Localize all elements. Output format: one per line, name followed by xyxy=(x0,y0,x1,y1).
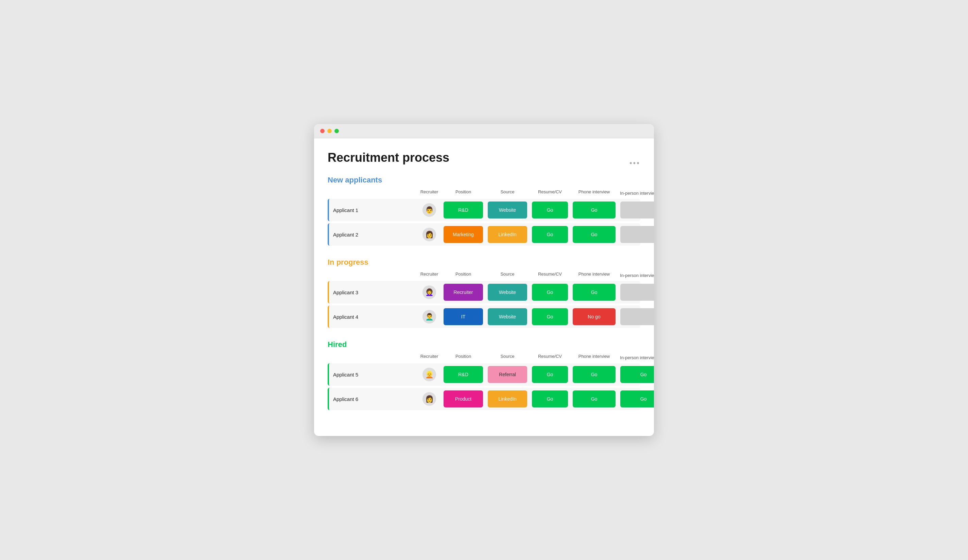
source-cell: LinkedIn xyxy=(486,223,530,246)
section-new: New applicantsRecruiterPositionSourceRes… xyxy=(328,176,640,246)
resume-cell: Go xyxy=(530,305,570,328)
position-cell: R&D xyxy=(441,363,486,386)
col-header-4: Resume/CV xyxy=(530,272,570,279)
resume-tag[interactable]: Go xyxy=(532,226,568,243)
col-header-3: Source xyxy=(486,354,530,361)
position-tag[interactable]: Recruiter xyxy=(444,284,483,301)
app-window: Recruitment process ••• New applicantsRe… xyxy=(314,124,654,436)
table-row[interactable]: Applicant 2👩MarketingLinkedInGoGo xyxy=(328,223,640,246)
page-title: Recruitment process xyxy=(328,151,449,165)
recruiter-cell: 👩 xyxy=(418,228,441,241)
inperson-interview-tag[interactable]: Go xyxy=(620,366,654,383)
source-tag[interactable]: Website xyxy=(488,202,527,219)
position-cell: Marketing xyxy=(441,223,486,246)
source-tag[interactable]: LinkedIn xyxy=(488,226,527,243)
avatar: 👨 xyxy=(423,203,436,217)
resume-tag[interactable]: Go xyxy=(532,308,568,325)
col-header-1: Recruiter xyxy=(418,354,441,361)
avatar: 👩‍🦱 xyxy=(423,285,436,299)
col-header-0 xyxy=(329,189,418,197)
inperson-interview-cell: Go xyxy=(618,388,654,410)
source-tag[interactable]: Referral xyxy=(488,366,527,383)
title-bar xyxy=(314,124,654,138)
avatar: 👱 xyxy=(423,368,436,381)
resume-cell: Go xyxy=(530,388,570,410)
phone-interview-cell: Go xyxy=(570,363,618,386)
column-headers: RecruiterPositionSourceResume/CVPhone in… xyxy=(328,272,640,279)
sections-container: New applicantsRecruiterPositionSourceRes… xyxy=(328,176,640,410)
position-tag[interactable]: Product xyxy=(444,391,483,408)
position-cell: Recruiter xyxy=(441,281,486,303)
inperson-interview-tag[interactable]: Go xyxy=(620,391,654,408)
table-row[interactable]: Applicant 1👨R&DWebsiteGoGo xyxy=(328,199,640,221)
col-header-2: Position xyxy=(441,272,486,279)
section-title-hired: Hired xyxy=(328,340,640,349)
maximize-button[interactable] xyxy=(335,129,339,133)
resume-cell: Go xyxy=(530,363,570,386)
close-button[interactable] xyxy=(320,129,325,133)
section-hired: HiredRecruiterPositionSourceResume/CVPho… xyxy=(328,340,640,410)
phone-interview-cell: Go xyxy=(570,388,618,410)
avatar: 👩 xyxy=(423,228,436,241)
position-cell: Product xyxy=(441,388,486,410)
col-header-1: Recruiter xyxy=(418,189,441,197)
phone-interview-tag[interactable]: Go xyxy=(573,226,615,243)
position-cell: R&D xyxy=(441,199,486,221)
applicant-name: Applicant 1 xyxy=(329,207,418,213)
recruiter-cell: 👨 xyxy=(418,203,441,217)
table-row[interactable]: Applicant 3👩‍🦱RecruiterWebsiteGoGo xyxy=(328,281,640,303)
position-tag[interactable]: IT xyxy=(444,308,483,325)
section-in-progress: In progressRecruiterPositionSourceResume… xyxy=(328,258,640,328)
col-header-3: Source xyxy=(486,189,530,197)
inperson-interview-cell xyxy=(618,223,654,246)
resume-tag[interactable]: Go xyxy=(532,284,568,301)
source-cell: Website xyxy=(486,199,530,221)
content-area: Recruitment process ••• New applicantsRe… xyxy=(314,138,654,436)
phone-interview-tag[interactable]: Go xyxy=(573,284,615,301)
phone-interview-tag[interactable]: Go xyxy=(573,391,615,408)
applicant-name: Applicant 2 xyxy=(329,232,418,237)
resume-tag[interactable]: Go xyxy=(532,202,568,219)
position-tag[interactable]: R&D xyxy=(444,366,483,383)
phone-interview-tag[interactable]: Go xyxy=(573,366,615,383)
table-row[interactable]: Applicant 4👨‍🦱ITWebsiteGoNo go xyxy=(328,305,640,328)
phone-interview-cell: Go xyxy=(570,199,618,221)
section-title-in-progress: In progress xyxy=(328,258,640,267)
inperson-interview-tag[interactable] xyxy=(620,202,654,219)
col-header-4: Resume/CV xyxy=(530,189,570,197)
phone-interview-tag[interactable]: No go xyxy=(573,308,615,325)
source-cell: LinkedIn xyxy=(486,388,530,410)
table-row[interactable]: Applicant 6👩ProductLinkedInGoGoGo xyxy=(328,388,640,410)
avatar: 👩 xyxy=(423,392,436,406)
position-tag[interactable]: Marketing xyxy=(444,226,483,243)
source-cell: Referral xyxy=(486,363,530,386)
phone-interview-cell: No go xyxy=(570,305,618,328)
inperson-interview-tag[interactable] xyxy=(620,284,654,301)
applicant-name: Applicant 5 xyxy=(329,372,418,378)
inperson-interview-tag[interactable] xyxy=(620,226,654,243)
phone-interview-tag[interactable]: Go xyxy=(573,202,615,219)
inperson-interview-header: In-person interview+ xyxy=(618,272,654,279)
resume-cell: Go xyxy=(530,281,570,303)
col-header-5: Phone interview xyxy=(570,354,618,361)
recruiter-cell: 👩‍🦱 xyxy=(418,285,441,299)
source-tag[interactable]: Website xyxy=(488,308,527,325)
source-tag[interactable]: LinkedIn xyxy=(488,391,527,408)
inperson-interview-tag[interactable] xyxy=(620,308,654,325)
recruiter-cell: 👨‍🦱 xyxy=(418,310,441,323)
col-header-4: Resume/CV xyxy=(530,354,570,361)
col-header-2: Position xyxy=(441,354,486,361)
resume-tag[interactable]: Go xyxy=(532,391,568,408)
table-row[interactable]: Applicant 5👱R&DReferralGoGoGo xyxy=(328,363,640,386)
source-cell: Website xyxy=(486,281,530,303)
applicant-name: Applicant 4 xyxy=(329,314,418,320)
resume-tag[interactable]: Go xyxy=(532,366,568,383)
col-header-0 xyxy=(329,272,418,279)
recruiter-cell: 👱 xyxy=(418,368,441,381)
minimize-button[interactable] xyxy=(327,129,332,133)
position-tag[interactable]: R&D xyxy=(444,202,483,219)
avatar: 👨‍🦱 xyxy=(423,310,436,323)
inperson-interview-cell xyxy=(618,199,654,221)
source-tag[interactable]: Website xyxy=(488,284,527,301)
more-options-icon[interactable]: ••• xyxy=(630,159,640,167)
